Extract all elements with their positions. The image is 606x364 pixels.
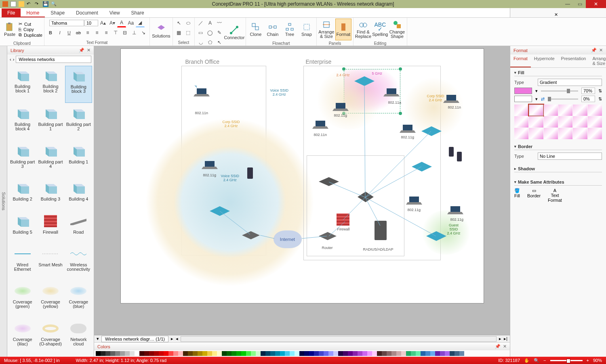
pct1-input[interactable] xyxy=(581,88,595,94)
clone-button[interactable]: Clone xyxy=(248,19,264,40)
laptop-node[interactable] xyxy=(406,193,422,205)
library-item[interactable]: Building part 3 xyxy=(9,141,36,178)
laptop-node[interactable] xyxy=(202,158,218,170)
color-swatch[interactable] xyxy=(435,351,440,356)
new-doc-icon[interactable] xyxy=(11,1,16,7)
gradient-preset[interactable] xyxy=(573,105,587,116)
library-item[interactable]: Wireless connectivity xyxy=(65,244,92,280)
laptop-node[interactable] xyxy=(383,85,400,97)
open-icon[interactable] xyxy=(19,1,24,7)
color-swatch[interactable] xyxy=(227,351,231,356)
strike-button[interactable]: ab xyxy=(74,28,83,37)
arrange-size-button[interactable]: Arrange & Size xyxy=(318,19,335,40)
lasso-tool[interactable]: ⬭ xyxy=(184,19,193,27)
cursor-tool[interactable]: ↖ xyxy=(215,38,224,47)
canvas-scroll[interactable]: Branch Office Corp SSID 2.4 GHz Voice SS… xyxy=(94,46,510,335)
bold-button[interactable]: B xyxy=(46,28,55,37)
color-swatch[interactable] xyxy=(411,351,416,356)
border-type-dropdown[interactable]: No Line xyxy=(538,153,602,160)
firewall-node[interactable] xyxy=(337,213,349,226)
pin-icon[interactable]: 📌 xyxy=(495,344,501,349)
gradient-slider-2[interactable] xyxy=(548,98,578,100)
color-swatch[interactable] xyxy=(290,351,295,356)
color-swatch[interactable] xyxy=(450,351,455,356)
ap-node[interactable] xyxy=(421,126,442,136)
side-tab-layers[interactable]: Layers xyxy=(0,192,0,210)
library-item[interactable]: Building 1 xyxy=(65,141,92,178)
preview-icon[interactable]: 🔍 xyxy=(51,1,57,7)
snap-button[interactable]: Snap xyxy=(299,19,315,40)
copy-button[interactable]: ⎘ Copy xyxy=(19,27,42,32)
color-swatch[interactable] xyxy=(270,351,275,356)
color-swatch[interactable] xyxy=(387,351,391,356)
tab-file[interactable]: File xyxy=(2,8,21,17)
color-swatch[interactable] xyxy=(338,351,343,356)
color-swatch[interactable] xyxy=(168,351,173,356)
pin-icon[interactable]: 📌 xyxy=(79,48,84,53)
server-node[interactable] xyxy=(374,220,387,241)
library-item[interactable]: Coverage (O-shaped) xyxy=(37,319,64,355)
side-tab-solutions[interactable]: Solutions xyxy=(0,190,7,213)
color-swatch[interactable] xyxy=(193,351,198,356)
chain-button[interactable]: Chain xyxy=(265,19,281,40)
fmt-tab-presentation[interactable]: Presentation xyxy=(558,54,589,67)
gradient-preset[interactable] xyxy=(558,116,572,128)
color-swatch[interactable] xyxy=(304,351,309,356)
library-item[interactable]: Coverage (yellow) xyxy=(37,281,64,318)
router-node[interactable] xyxy=(242,231,260,239)
color-swatch[interactable] xyxy=(348,351,353,356)
color-swatch[interactable] xyxy=(231,351,236,356)
scroll-left-icon[interactable]: ◂ xyxy=(176,336,178,341)
gradient-preset[interactable] xyxy=(588,105,602,116)
minimize-button[interactable]: — xyxy=(562,0,574,8)
ellipse-tool[interactable]: ◯ xyxy=(206,28,215,37)
color-swatch[interactable] xyxy=(455,351,459,356)
font-color-button[interactable]: A xyxy=(117,19,126,27)
laptop-node[interactable] xyxy=(332,100,349,112)
zoom-slider[interactable] xyxy=(550,360,583,361)
same-fill-button[interactable]: 🪣Fill xyxy=(514,188,520,203)
dialog-launcher-icon[interactable]: ↘ xyxy=(139,28,148,37)
tab-shape[interactable]: Shape xyxy=(45,8,70,17)
library-item[interactable]: Coverage (blue) xyxy=(65,281,92,318)
gradient-preset[interactable] xyxy=(514,128,528,139)
color-swatch[interactable] xyxy=(319,351,324,356)
clear-format-button[interactable]: Aa xyxy=(126,19,135,27)
duplicate-button[interactable]: ⧉ Duplicate xyxy=(19,32,42,38)
enterprise-inner-box[interactable] xyxy=(307,155,404,256)
color-swatch[interactable] xyxy=(188,351,193,356)
color-swatch[interactable] xyxy=(207,351,212,356)
color-swatch[interactable] xyxy=(217,351,222,356)
fill-color-1[interactable] xyxy=(514,88,532,94)
redo-icon[interactable]: ↷ xyxy=(35,1,40,7)
gradient-preset[interactable] xyxy=(529,116,543,128)
align-left-button[interactable]: ≡ xyxy=(83,28,92,37)
library-item[interactable]: Road xyxy=(65,211,92,243)
fmt-tab-hypernote[interactable]: Hypernote xyxy=(531,54,558,67)
arc-tool[interactable]: ◡ xyxy=(196,38,205,47)
pointer-tool[interactable]: ↖ xyxy=(175,19,183,27)
color-swatch[interactable] xyxy=(251,351,256,356)
save-icon[interactable]: 💾 xyxy=(43,1,48,7)
color-swatch[interactable] xyxy=(372,351,377,356)
color-swatch[interactable] xyxy=(159,351,164,356)
library-item[interactable]: Building 3 xyxy=(37,178,64,210)
library-item[interactable]: Wired Ethernet xyxy=(9,244,36,280)
undo-icon[interactable]: ↶ xyxy=(27,1,32,7)
highlight-button[interactable]: ◢ xyxy=(136,19,145,27)
spinner-icon[interactable]: ⇅ xyxy=(598,96,602,102)
library-item[interactable]: Network cloud xyxy=(65,319,92,355)
connector-button[interactable]: Connector xyxy=(225,22,244,44)
color-swatch[interactable] xyxy=(309,351,314,356)
color-swatch[interactable] xyxy=(280,351,285,356)
library-dropdown[interactable]: Wireless networks xyxy=(16,56,91,63)
color-swatch[interactable] xyxy=(353,351,358,356)
fill-type-dropdown[interactable]: Gradient xyxy=(538,79,602,86)
access-point-node[interactable] xyxy=(210,206,230,216)
pen-tool[interactable]: ✎ xyxy=(215,28,224,37)
same-text-button[interactable]: AText Format xyxy=(548,188,562,203)
color-swatch[interactable] xyxy=(314,351,319,356)
paste-button[interactable]: Paste xyxy=(2,19,18,40)
color-swatch[interactable] xyxy=(115,351,120,356)
color-swatch[interactable] xyxy=(212,351,217,356)
